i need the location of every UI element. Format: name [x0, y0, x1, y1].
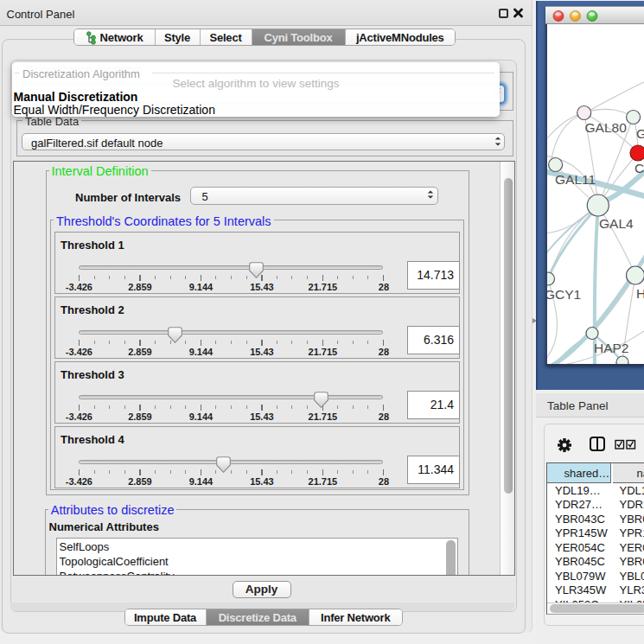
svg-text:GAL80: GAL80	[585, 120, 628, 135]
svg-text:GAL4: GAL4	[599, 216, 634, 231]
svg-text:HIS7: HIS7	[636, 286, 644, 301]
svg-text:GCY1: GCY1	[547, 287, 581, 302]
svg-text:HAP2: HAP2	[594, 341, 629, 355]
svg-text:GAL11: GAL11	[555, 172, 596, 187]
svg-text:CYC1: CYC1	[634, 161, 644, 175]
svg-text:GAL3: GAL3	[636, 126, 644, 141]
